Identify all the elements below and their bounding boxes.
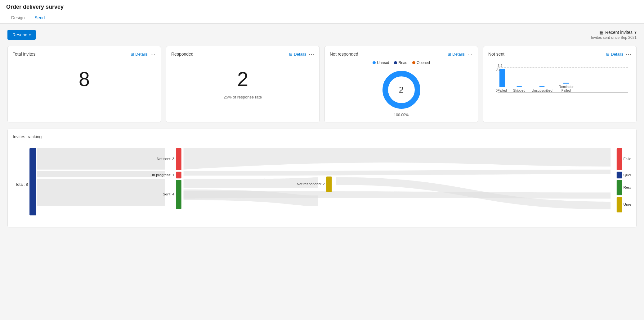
bar-failed-label: Failed — [498, 89, 507, 92]
bar-reminder-failed-rect — [563, 83, 569, 84]
table-icon: ⊞ — [448, 52, 451, 57]
recent-invites-label: Recent invites — [605, 30, 633, 35]
total-invites-card: Total invites ⊞ Details ⋯ 8 — [7, 46, 161, 122]
recent-invites-button[interactable]: ▦ Recent invites ▾ Invites sent since Se… — [591, 30, 637, 40]
main-content: Resend ▾ ▦ Recent invites ▾ Invites sent… — [0, 24, 644, 234]
opened-dot — [412, 61, 415, 64]
cards-row: Total invites ⊞ Details ⋯ 8 Responded ⊞ — [7, 46, 637, 122]
not-responded-details-button[interactable]: ⊞ Details — [448, 52, 465, 57]
svg-rect-3 — [176, 148, 181, 170]
svg-rect-9 — [326, 176, 332, 192]
svg-text:Unread: 2: Unread: 2 — [623, 202, 631, 206]
app-header: Order delivery survey Design Send — [0, 0, 644, 24]
not-sent-details-button[interactable]: ⊞ Details — [606, 52, 623, 57]
resend-label: Resend — [12, 32, 27, 37]
svg-text:Queued: 1: Queued: 1 — [623, 173, 631, 177]
svg-rect-11 — [617, 148, 622, 170]
donut-center-value: 2 — [399, 85, 404, 95]
svg-text:Total: 8: Total: 8 — [15, 182, 28, 187]
not-responded-more-button[interactable]: ⋯ — [467, 51, 473, 57]
read-dot — [394, 61, 397, 64]
read-label: Read — [398, 61, 407, 65]
legend-unread: Unread — [373, 61, 389, 65]
svg-text:Not sent: 3: Not sent: 3 — [157, 157, 174, 161]
tracking-card: Invites tracking ⋯ — [7, 129, 637, 227]
svg-rect-5 — [176, 172, 181, 179]
bar-skipped-label: Skipped — [513, 89, 525, 92]
opened-label: Opened — [417, 61, 430, 65]
table-icon: ⊞ — [131, 52, 134, 57]
not-sent-title: Not sent — [488, 52, 504, 57]
total-invites-value: 8 — [13, 61, 156, 98]
bar-unsubscribed-label: Unsubscribed — [532, 89, 552, 92]
calendar-icon: ▦ — [599, 30, 603, 35]
not-sent-card: Not sent ⊞ Details ⋯ 3.2 3.2 0 — [483, 46, 637, 122]
not-sent-more-button[interactable]: ⋯ — [626, 51, 631, 57]
resend-button[interactable]: Resend ▾ — [7, 30, 36, 40]
svg-text:Responded: 2: Responded: 2 — [623, 185, 631, 189]
not-responded-title: Not responded — [330, 52, 358, 57]
chevron-down-icon: ▾ — [634, 30, 637, 35]
responded-details-button[interactable]: ⊞ Details — [289, 52, 306, 57]
table-icon: ⊞ — [606, 52, 610, 57]
svg-rect-7 — [176, 180, 181, 209]
bar-unsubscribed: Unsubscribed — [532, 86, 552, 92]
legend-opened: Opened — [412, 61, 430, 65]
legend-read: Read — [394, 61, 407, 65]
svg-text:Failed: 3: Failed: 3 — [623, 157, 631, 161]
not-responded-card: Not responded ⊞ Details ⋯ Unread — [324, 46, 478, 122]
invites-sub: Invites sent since Sep 2021 — [591, 35, 637, 40]
svg-rect-1 — [29, 148, 36, 215]
svg-rect-13 — [617, 172, 622, 179]
bar-skipped-rect — [517, 86, 522, 87]
total-invites-more-button[interactable]: ⋯ — [150, 51, 156, 57]
svg-rect-15 — [617, 180, 622, 195]
svg-text:In progress: 1: In progress: 1 — [152, 173, 174, 177]
bar-skipped: Skipped — [513, 86, 525, 92]
svg-text:Not responded: 2: Not responded: 2 — [297, 182, 324, 186]
tab-design[interactable]: Design — [6, 13, 30, 23]
unread-label: Unread — [377, 61, 389, 65]
responded-title: Responded — [171, 52, 194, 57]
page-title: Order delivery survey — [6, 4, 638, 10]
tracking-more-button[interactable]: ⋯ — [626, 134, 631, 139]
responded-more-button[interactable]: ⋯ — [309, 51, 314, 57]
bar-reminder-failed: Reminder Failed — [559, 83, 574, 92]
table-icon: ⊞ — [289, 52, 293, 57]
bar-unsubscribed-rect — [539, 86, 545, 87]
tracking-title: Invites tracking — [13, 134, 42, 139]
unread-dot — [373, 61, 376, 64]
chevron-down-icon: ▾ — [29, 33, 31, 37]
bar-reminder-failed-label: Reminder Failed — [559, 85, 574, 92]
svg-text:Sent: 4: Sent: 4 — [163, 192, 175, 196]
bar-failed-rect — [499, 69, 505, 87]
donut-percent: 100.00% — [394, 113, 409, 117]
sankey-chart: Total: 8 Not sent: 3 In progress: 1 Sent… — [13, 144, 631, 222]
bar-chart: 3.2 3.2 0 Failed Skipped — [488, 61, 631, 96]
svg-rect-17 — [617, 197, 622, 212]
responded-card: Responded ⊞ Details ⋯ 2 25% of response … — [166, 46, 320, 122]
total-invites-title: Total invites — [13, 52, 35, 57]
toolbar: Resend ▾ ▦ Recent invites ▾ Invites sent… — [7, 30, 637, 40]
donut-chart-section: Unread Read Opened — [330, 61, 473, 117]
y-max: 3.2 — [498, 64, 502, 67]
response-rate: 25% of response rate — [171, 95, 314, 99]
tab-send[interactable]: Send — [30, 13, 50, 23]
bar-failed: Failed — [498, 69, 507, 92]
tabs: Design Send — [6, 13, 638, 23]
donut-legend: Unread Read Opened — [373, 61, 430, 65]
total-invites-details-button[interactable]: ⊞ Details — [131, 52, 148, 57]
donut-chart: 2 — [380, 68, 423, 112]
responded-value: 2 — [171, 61, 314, 98]
